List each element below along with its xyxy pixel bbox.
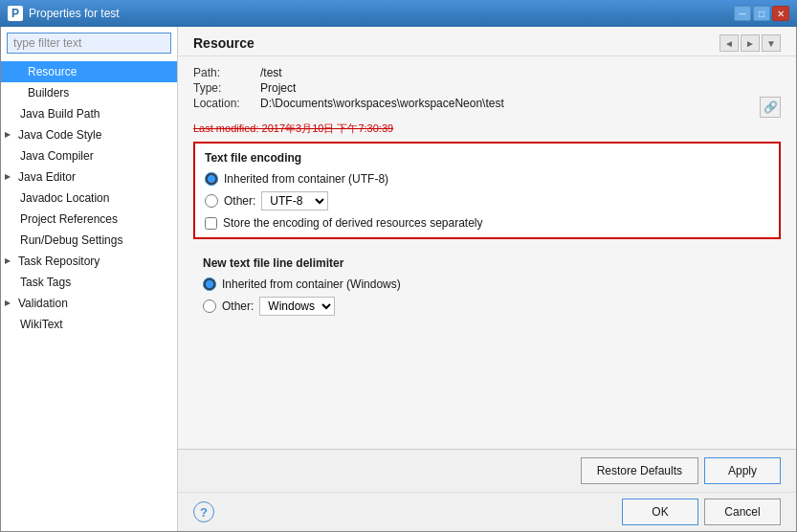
sidebar-item-label: Java Build Path bbox=[20, 105, 100, 122]
sidebar-item-java-build-path[interactable]: Java Build Path bbox=[1, 103, 177, 124]
forward-button[interactable]: ► bbox=[741, 34, 760, 52]
derived-encoding-row: Store the encoding of derived resources … bbox=[205, 216, 769, 230]
window-controls: ─ □ ✕ bbox=[734, 6, 789, 21]
other-utf8-row: Other: UTF-8 bbox=[205, 191, 769, 211]
maximize-button[interactable]: □ bbox=[753, 6, 770, 21]
sidebar-item-label: Javadoc Location bbox=[20, 189, 109, 207]
location-row: Location: D:\Documents\workspaces\worksp… bbox=[193, 97, 781, 118]
title-bar: P Properties for test ─ □ ✕ bbox=[0, 0, 797, 27]
type-value: Project bbox=[260, 81, 781, 95]
back-button[interactable]: ◄ bbox=[720, 34, 739, 52]
derived-encoding-label: Store the encoding of derived resources … bbox=[223, 216, 483, 230]
sidebar-item-label: Java Editor bbox=[18, 168, 76, 186]
main-container: Resource Builders Java Build Path ▶ Java… bbox=[0, 27, 797, 532]
inherited-utf8-radio[interactable] bbox=[205, 172, 218, 186]
type-label: Type: bbox=[193, 81, 260, 95]
location-label: Location: bbox=[193, 97, 260, 110]
ok-cancel-buttons: OK Cancel bbox=[622, 499, 781, 525]
close-button[interactable]: ✕ bbox=[772, 6, 789, 21]
encoding-section: Text file encoding Inherited from contai… bbox=[193, 142, 781, 239]
other-windows-row: Other: Windows bbox=[203, 297, 771, 316]
sidebar: Resource Builders Java Build Path ▶ Java… bbox=[1, 27, 178, 531]
sidebar-item-task-repository[interactable]: ▶ Task Repository bbox=[1, 251, 177, 272]
cancel-button[interactable]: Cancel bbox=[704, 499, 781, 525]
sidebar-item-label: WikiText bbox=[20, 316, 63, 333]
line-delimiter-section: New text file line delimiter Inherited f… bbox=[193, 249, 781, 329]
title-bar-left: P Properties for test bbox=[8, 6, 120, 21]
content-title: Resource bbox=[193, 35, 255, 51]
type-row: Type: Project bbox=[193, 81, 781, 95]
sidebar-item-task-tags[interactable]: Task Tags bbox=[1, 272, 177, 293]
filter-input[interactable] bbox=[7, 33, 171, 54]
window-title: Properties for test bbox=[29, 7, 120, 20]
sidebar-item-run-debug[interactable]: Run/Debug Settings bbox=[1, 230, 177, 251]
sidebar-item-label: Builders bbox=[28, 84, 69, 101]
sidebar-item-label: Run/Debug Settings bbox=[20, 232, 122, 249]
sidebar-item-label: Task Repository bbox=[18, 253, 100, 270]
sidebar-item-label: Java Code Style bbox=[18, 126, 101, 144]
bottom-footer: ? OK Cancel bbox=[178, 492, 796, 531]
sidebar-item-label: Java Compiler bbox=[20, 147, 94, 165]
link-icon[interactable]: 🔗 bbox=[760, 97, 781, 118]
inherited-windows-radio[interactable] bbox=[203, 277, 216, 291]
inherited-windows-label: Inherited from container (Windows) bbox=[222, 277, 401, 291]
other-utf8-radio[interactable] bbox=[205, 194, 218, 208]
minimize-button[interactable]: ─ bbox=[734, 6, 751, 21]
last-modified: Last modified: 2017年3月10日 下午7:30:39 bbox=[193, 122, 781, 136]
sidebar-item-label: Project References bbox=[20, 211, 118, 228]
path-value: /test bbox=[260, 66, 781, 79]
sidebar-item-java-compiler[interactable]: Java Compiler bbox=[1, 145, 177, 166]
sidebar-item-java-editor[interactable]: ▶ Java Editor bbox=[1, 166, 177, 188]
sidebar-item-label: Task Tags bbox=[20, 274, 71, 291]
app-icon: P bbox=[8, 6, 23, 21]
inherited-utf8-label: Inherited from container (UTF-8) bbox=[224, 172, 388, 186]
sidebar-item-project-references[interactable]: Project References bbox=[1, 209, 177, 230]
ok-button[interactable]: OK bbox=[622, 499, 698, 525]
expand-arrow-icon: ▶ bbox=[5, 295, 14, 312]
expand-arrow-icon: ▶ bbox=[5, 126, 14, 144]
dropdown-button[interactable]: ▼ bbox=[762, 34, 781, 52]
other-windows-radio[interactable] bbox=[203, 299, 216, 313]
sidebar-item-validation[interactable]: ▶ Validation bbox=[1, 293, 177, 314]
content-area: Resource ◄ ► ▼ Path: /test Type: Project bbox=[178, 27, 796, 531]
nav-arrows: ◄ ► ▼ bbox=[720, 34, 781, 52]
content-body: Path: /test Type: Project Location: D:\D… bbox=[178, 56, 796, 449]
apply-button[interactable]: Apply bbox=[704, 457, 781, 484]
expand-arrow-icon: ▶ bbox=[5, 253, 14, 270]
sidebar-item-label: Resource bbox=[28, 63, 77, 80]
restore-apply-footer: Restore Defaults Apply bbox=[178, 449, 796, 492]
derived-encoding-checkbox[interactable] bbox=[205, 217, 217, 230]
sidebar-item-builders[interactable]: Builders bbox=[1, 82, 177, 103]
sidebar-item-label: Validation bbox=[18, 295, 68, 312]
sidebar-item-java-code-style[interactable]: ▶ Java Code Style bbox=[1, 124, 177, 145]
expand-arrow-icon: ▶ bbox=[5, 168, 14, 186]
content-header: Resource ◄ ► ▼ bbox=[178, 27, 796, 56]
path-row: Path: /test bbox=[193, 66, 781, 79]
windows-dropdown[interactable]: Windows bbox=[259, 297, 335, 316]
sidebar-item-wikitext[interactable]: WikiText bbox=[1, 314, 177, 335]
encoding-title: Text file encoding bbox=[205, 151, 769, 165]
inherited-windows-row: Inherited from container (Windows) bbox=[203, 277, 771, 291]
nav-tree: Resource Builders Java Build Path ▶ Java… bbox=[1, 59, 177, 531]
restore-defaults-button[interactable]: Restore Defaults bbox=[581, 457, 698, 484]
help-button[interactable]: ? bbox=[193, 501, 214, 522]
location-value: D:\Documents\workspaces\workspaceNeon\te… bbox=[260, 97, 754, 110]
sidebar-item-javadoc-location[interactable]: Javadoc Location bbox=[1, 188, 177, 209]
sidebar-item-resource[interactable]: Resource bbox=[1, 61, 177, 82]
utf8-dropdown[interactable]: UTF-8 bbox=[261, 191, 328, 211]
path-label: Path: bbox=[193, 66, 260, 79]
other-windows-label: Other: bbox=[222, 299, 254, 313]
footer-right-buttons: Restore Defaults Apply bbox=[581, 457, 781, 484]
line-delimiter-title: New text file line delimiter bbox=[203, 256, 771, 270]
other-utf8-label: Other: bbox=[224, 194, 255, 208]
inherited-utf8-row: Inherited from container (UTF-8) bbox=[205, 172, 769, 186]
info-table: Path: /test Type: Project Location: D:\D… bbox=[193, 66, 781, 118]
